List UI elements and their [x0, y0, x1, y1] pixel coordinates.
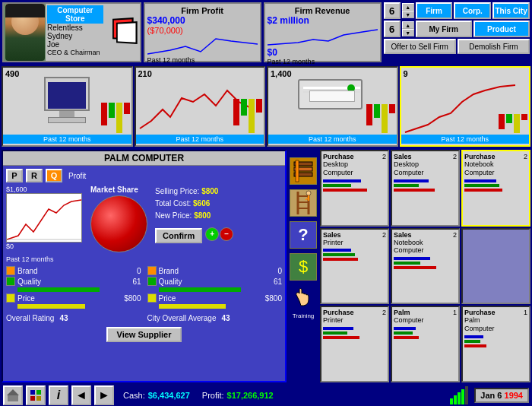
- market-selling-area: Market Share Selling Price: $800 Total C…: [90, 186, 282, 252]
- svg-rect-16: [36, 390, 41, 395]
- grid-purchase-notebook[interactable]: Purchase 2 NotebookComputer: [461, 150, 530, 227]
- price-label-right: Price: [159, 294, 263, 303]
- grid-title-7: Palm: [394, 309, 410, 316]
- desktop-computer-img: [40, 77, 93, 126]
- bottom-icon-1[interactable]: [3, 385, 23, 405]
- chart-desktop[interactable]: 490 Past 12 months: [2, 66, 133, 147]
- quality-val-right: 61: [274, 278, 282, 286]
- grid-sales-notebook[interactable]: Sales 2 NotebookComputer: [391, 228, 460, 305]
- tab-my-firm[interactable]: My Firm: [416, 21, 472, 37]
- num-box-1: 6: [384, 2, 401, 19]
- grid-sales-desktop[interactable]: Sales 2 DesktopComputer: [391, 150, 460, 227]
- avatar: [4, 4, 46, 61]
- grid-palm-1[interactable]: Palm 1 Computer: [391, 306, 460, 382]
- arrow-down-1[interactable]: ▼: [402, 11, 414, 18]
- stat-quality-right: Quality 61: [147, 277, 283, 286]
- quality-label-left: Quality: [17, 278, 130, 286]
- bottom-icon-back[interactable]: ◄: [71, 385, 91, 405]
- prq-p-button[interactable]: P: [6, 169, 23, 182]
- new-price-row: New Price: $800: [155, 210, 233, 222]
- company-title: CEO & Chairman: [47, 49, 103, 56]
- arrow-box-1[interactable]: ▲ ▼: [402, 3, 414, 18]
- palm-panel: PALM COMPUTER P R Q Profit $1,600: [2, 150, 287, 382]
- price-dot-left: [6, 293, 15, 303]
- overall-ratings: Overall Rating 43 City Overall Average 4…: [6, 313, 282, 322]
- bottom-icon-info[interactable]: i: [49, 385, 68, 405]
- bottom-icon-fwd[interactable]: ►: [94, 385, 114, 405]
- brand-label-right: Brand: [159, 267, 276, 275]
- chart-label-1: Past 12 months: [136, 135, 264, 144]
- mini-chart-svg: [7, 194, 81, 242]
- num-box-2: 6: [384, 21, 401, 37]
- signal-bars: [450, 386, 468, 404]
- tab-product[interactable]: Product: [473, 21, 530, 37]
- books-icon[interactable]: [290, 157, 317, 185]
- grid-num-8: 1: [524, 309, 527, 316]
- firm-profit-box: Firm Profit $340,000 ($70,000) Past 12 m…: [144, 2, 261, 62]
- past-12-months-label: Past 12 months: [6, 255, 282, 263]
- grid-bars-3: [323, 249, 386, 261]
- selling-price-value: $800: [201, 187, 218, 195]
- employee-name-3: Joe: [47, 40, 103, 49]
- firm-revenue-past: Past 12 months: [268, 58, 378, 65]
- stat-quality-left: Quality 61: [6, 277, 141, 286]
- view-supplier-button[interactable]: View Supplier: [106, 327, 182, 342]
- ladder-icon[interactable]: [290, 189, 317, 217]
- tab-corp[interactable]: Corp.: [454, 2, 491, 19]
- stat-brand-right: Brand 0: [147, 266, 283, 275]
- plus-button[interactable]: +: [205, 227, 219, 241]
- arrow-box-2[interactable]: ▲ ▼: [402, 21, 414, 36]
- grid-bars-1: [394, 179, 457, 192]
- stat-brand-left: Brand 0: [6, 266, 141, 275]
- logo-cube: [108, 18, 137, 47]
- hand-icon[interactable]: [290, 285, 317, 308]
- tab-this-city[interactable]: This City: [492, 2, 530, 19]
- grid-bars-2: [464, 179, 527, 192]
- grid-num-6: 2: [382, 309, 386, 316]
- prq-q-button[interactable]: Q: [46, 169, 62, 182]
- chart-printer[interactable]: 1,400 Past 12 months: [267, 66, 398, 147]
- grid-title-2: Purchase: [464, 153, 496, 160]
- grid-bars-0: [323, 179, 386, 192]
- chart-palm[interactable]: 9 Past 12 months: [400, 66, 531, 147]
- svg-point-10: [306, 191, 311, 195]
- employee-name-2: Sydney: [47, 32, 103, 40]
- revenue-sparkline: [268, 26, 378, 47]
- arrow-down-2[interactable]: ▼: [402, 29, 414, 36]
- printer-img: [298, 79, 366, 121]
- chart-notebook[interactable]: 210 Past 12 months: [135, 66, 266, 147]
- grid-purchase-printer[interactable]: Purchase 2 Printer: [320, 306, 389, 382]
- grid-purchase-palm[interactable]: Purchase 1 PalmComputer: [461, 306, 530, 382]
- stats-area: Brand 0 Quality 61 Price $800: [6, 266, 282, 310]
- dollar-icon[interactable]: $: [290, 253, 317, 281]
- arrow-up-2[interactable]: ▲: [402, 21, 414, 29]
- chart-num-3: 9: [404, 69, 408, 78]
- cash-label: Cash:: [123, 391, 145, 400]
- profit-chart-label: Profit: [68, 172, 86, 180]
- selling-price-row: Selling Price: $800: [155, 186, 233, 198]
- overall-left-label: Overall Rating: [6, 314, 54, 322]
- grid-title-0: Purchase: [323, 153, 354, 160]
- demolish-button[interactable]: Demolish Firm: [458, 39, 530, 54]
- company-box: Computer Store Relentless Sydney Joe CEO…: [2, 2, 141, 62]
- arrow-up-1[interactable]: ▲: [402, 3, 414, 11]
- stats-left: Brand 0 Quality 61 Price $800: [6, 266, 141, 310]
- minus-button[interactable]: −: [220, 227, 233, 241]
- grid-purchase-desktop[interactable]: Purchase 2 DesktopComputer: [320, 150, 389, 227]
- plus-minus-controls: + −: [205, 227, 233, 241]
- confirm-button[interactable]: Confirm: [155, 228, 202, 243]
- tab-firm[interactable]: Firm: [416, 2, 453, 19]
- stat-price-right: Price $800: [147, 293, 283, 303]
- new-price-value: $800: [194, 211, 211, 220]
- question-icon[interactable]: ?: [290, 221, 317, 249]
- product-grid: Purchase 2 DesktopComputer Sales 2 Deskt…: [320, 150, 530, 382]
- grid-sales-printer[interactable]: Sales 2 Printer: [320, 228, 389, 305]
- middle-icons: ? $ Training: [288, 150, 318, 382]
- grid-product-6: Printer: [323, 316, 386, 325]
- grid-title-3: Sales: [323, 231, 341, 239]
- bottom-icon-2[interactable]: [26, 385, 46, 405]
- prq-r-button[interactable]: R: [26, 169, 43, 182]
- grid-product-4: NotebookComputer: [394, 239, 457, 255]
- overall-left: Overall Rating 43: [6, 313, 141, 322]
- offer-sell-button[interactable]: Offer to Sell Firm: [384, 39, 456, 54]
